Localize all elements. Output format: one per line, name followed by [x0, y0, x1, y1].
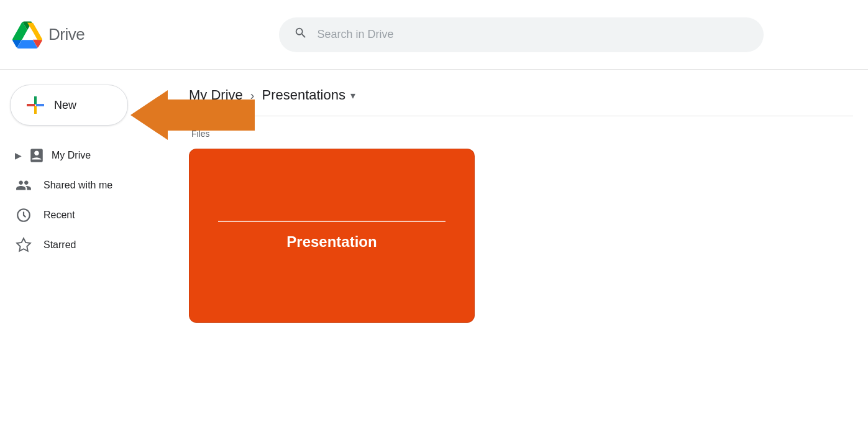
file-grid: Presentation — [189, 149, 853, 323]
my-drive-icon — [28, 147, 45, 164]
starred-icon — [15, 236, 32, 254]
header: Drive — [0, 0, 868, 70]
sidebar-item-starred[interactable]: Starred — [0, 230, 167, 260]
breadcrumb-dropdown-icon[interactable]: ▾ — [350, 90, 355, 101]
breadcrumb-separator-icon: › — [250, 88, 255, 103]
svg-rect-1 — [34, 106, 37, 114]
file-card-title: Presentation — [286, 233, 377, 251]
sidebar-item-label-my-drive: My Drive — [52, 150, 91, 161]
sidebar-item-shared[interactable]: Shared with me — [0, 170, 167, 200]
new-button[interactable]: New — [10, 85, 128, 126]
file-card-presentation[interactable]: Presentation — [189, 149, 475, 323]
breadcrumb-root[interactable]: My Drive — [189, 87, 243, 103]
new-plus-icon — [25, 95, 45, 115]
sidebar-item-label-recent: Recent — [43, 210, 75, 221]
logo-area: Drive — [12, 20, 174, 50]
sidebar-item-label-shared: Shared with me — [43, 180, 112, 191]
file-card-decoration — [218, 221, 445, 222]
svg-rect-3 — [36, 104, 44, 106]
drive-logo-icon — [12, 20, 42, 50]
search-icon — [294, 26, 308, 44]
section-divider — [189, 116, 853, 116]
svg-rect-0 — [34, 96, 37, 104]
shared-icon — [15, 177, 32, 194]
search-input[interactable] — [318, 28, 749, 41]
breadcrumb-current[interactable]: Presentations ▾ — [262, 87, 355, 103]
sidebar-item-recent[interactable]: Recent — [0, 200, 167, 230]
new-button-label: New — [54, 99, 76, 112]
app-title: Drive — [48, 25, 85, 44]
sidebar-item-my-drive[interactable]: ▶ My Drive — [0, 141, 167, 170]
sidebar: New ▶ My Drive S — [0, 70, 174, 421]
svg-marker-6 — [17, 238, 30, 251]
svg-rect-2 — [27, 104, 35, 106]
files-section-label: Files — [189, 129, 853, 139]
expand-arrow-icon: ▶ — [15, 150, 22, 160]
main-layout: New ▶ My Drive S — [0, 70, 868, 421]
breadcrumb: My Drive › Presentations ▾ — [189, 70, 853, 116]
search-bar[interactable] — [279, 17, 764, 52]
breadcrumb-current-label: Presentations — [262, 87, 345, 103]
recent-icon — [15, 206, 32, 224]
content-area: My Drive › Presentations ▾ Files Present… — [174, 70, 868, 421]
sidebar-item-label-starred: Starred — [43, 239, 76, 251]
